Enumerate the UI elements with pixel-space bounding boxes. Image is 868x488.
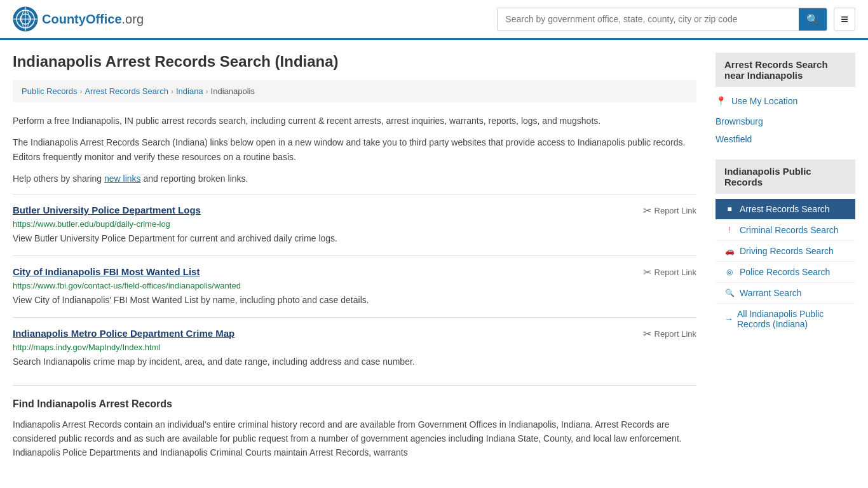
header-right: 🔍 ≡ <box>497 8 855 31</box>
logo-text: CountyOffice.org <box>42 12 144 27</box>
search-input[interactable] <box>498 9 799 29</box>
record-url-2: https://www.fbi.gov/contact-us/field-off… <box>13 281 696 290</box>
header: CountyOffice.org 🔍 ≡ <box>0 0 868 40</box>
report-icon-3: ✂ <box>643 328 651 340</box>
breadcrumb-indianapolis: Indianapolis <box>211 86 255 96</box>
description-para3: Help others by sharing new links and rep… <box>13 172 696 186</box>
all-records-label: All Indianapolis Public Records (Indiana… <box>737 309 846 329</box>
report-icon-2: ✂ <box>643 266 651 278</box>
sidebar-nearby-section: Arrest Records Search near Indianapolis … <box>715 53 855 147</box>
description-para1: Perform a free Indianapolis, IN public a… <box>13 114 696 128</box>
breadcrumb: Public Records › Arrest Records Search ›… <box>13 80 696 102</box>
record-desc-1: View Butler University Police Department… <box>13 232 696 245</box>
breadcrumb-sep-1: › <box>79 87 82 96</box>
sidebar-nav-criminal-records[interactable]: ! Criminal Records Search <box>715 220 855 241</box>
police-records-icon: ◎ <box>724 268 735 276</box>
record-title-1[interactable]: Butler University Police Department Logs <box>13 205 201 215</box>
report-link-btn-3[interactable]: ✂ Report Link <box>643 328 696 340</box>
report-icon-1: ✂ <box>643 205 651 217</box>
breadcrumb-sep-3: › <box>206 87 208 96</box>
page-title: Indianapolis Arrest Records Search (Indi… <box>13 53 696 71</box>
sidebar-public-records-section: Indianapolis Public Records ■ Arrest Rec… <box>715 159 855 334</box>
sidebar-nav-police-records[interactable]: ◎ Police Records Search <box>715 262 855 283</box>
record-desc-3: Search Indianapolis crime map by inciden… <box>13 355 696 369</box>
search-button[interactable]: 🔍 <box>799 8 827 30</box>
breadcrumb-public-records[interactable]: Public Records <box>22 86 77 96</box>
sidebar-link-westfield[interactable]: Westfield <box>715 132 855 147</box>
sidebar-nav-warrant-search[interactable]: 🔍 Warrant Search <box>715 283 855 304</box>
record-entry-3: Indianapolis Metro Police Department Cri… <box>13 317 696 379</box>
driving-records-label: Driving Records Search <box>740 246 834 256</box>
report-link-btn-1[interactable]: ✂ Report Link <box>643 205 696 217</box>
content-area: Indianapolis Arrest Records Search (Indi… <box>13 53 696 460</box>
search-bar: 🔍 <box>497 8 827 31</box>
arrest-records-label: Arrest Records Search <box>740 204 830 214</box>
record-title-3[interactable]: Indianapolis Metro Police Department Cri… <box>13 328 234 339</box>
hamburger-menu-button[interactable]: ≡ <box>834 8 855 31</box>
find-section: Find Indianapolis Arrest Records Indiana… <box>13 385 696 460</box>
record-title-2[interactable]: City of Indianapolis FBI Most Wanted Lis… <box>13 266 200 277</box>
all-records-arrow-icon: → <box>724 314 733 324</box>
main-container: Indianapolis Arrest Records Search (Indi… <box>0 40 868 473</box>
logo-area: CountyOffice.org <box>13 6 144 32</box>
description-para2: The Indianapolis Arrest Records Search (… <box>13 135 696 164</box>
find-section-title: Find Indianapolis Arrest Records <box>13 398 696 410</box>
breadcrumb-indiana[interactable]: Indiana <box>176 86 203 96</box>
sidebar-nearby-header: Arrest Records Search near Indianapolis <box>715 53 855 87</box>
criminal-records-label: Criminal Records Search <box>740 225 839 235</box>
record-entry-2: City of Indianapolis FBI Most Wanted Lis… <box>13 255 696 317</box>
report-link-btn-2[interactable]: ✂ Report Link <box>643 266 696 278</box>
sidebar-nav-driving-records[interactable]: 🚗 Driving Records Search <box>715 241 855 262</box>
warrant-search-icon: 🔍 <box>724 288 735 297</box>
breadcrumb-arrest-records[interactable]: Arrest Records Search <box>85 86 168 96</box>
breadcrumb-sep-2: › <box>171 87 173 96</box>
record-entry-1: Butler University Police Department Logs… <box>13 194 696 255</box>
logo-icon <box>13 6 38 32</box>
warrant-search-label: Warrant Search <box>740 288 802 298</box>
police-records-label: Police Records Search <box>740 267 830 277</box>
record-url-1: https://www.butler.edu/bupd/daily-crime-… <box>13 219 696 229</box>
record-desc-2: View City of Indianapolis' FBI Most Want… <box>13 294 696 307</box>
sidebar-link-brownsburg[interactable]: Brownsburg <box>715 114 855 129</box>
driving-records-icon: 🚗 <box>724 247 735 255</box>
arrest-records-icon: ■ <box>724 205 735 214</box>
sidebar: Arrest Records Search near Indianapolis … <box>715 53 855 460</box>
use-my-location-btn[interactable]: 📍 Use My Location <box>715 93 855 109</box>
find-section-text: Indianapolis Arrest Records contain an i… <box>13 417 696 460</box>
all-records-link[interactable]: → All Indianapolis Public Records (India… <box>715 304 855 334</box>
location-icon: 📍 <box>715 96 726 106</box>
sidebar-public-records-header: Indianapolis Public Records <box>715 159 855 194</box>
criminal-records-icon: ! <box>724 226 735 234</box>
record-url-3: http://maps.indy.gov/MapIndy/Index.html <box>13 342 696 352</box>
new-links-link[interactable]: new links <box>104 173 141 184</box>
sidebar-nav-arrest-records[interactable]: ■ Arrest Records Search <box>715 199 855 220</box>
